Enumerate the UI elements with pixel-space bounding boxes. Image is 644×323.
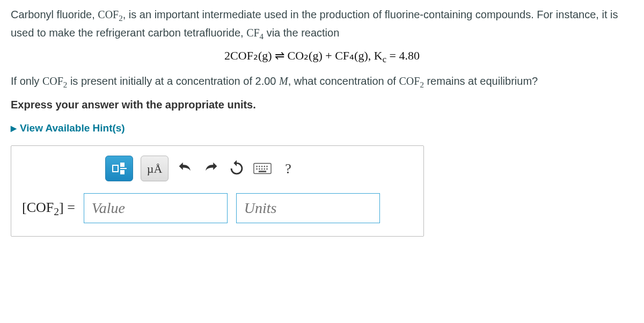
undo-icon (176, 159, 194, 178)
text: remains at equilibrium? (424, 75, 538, 87)
svg-point-1 (257, 166, 258, 167)
text: If only (11, 75, 42, 87)
svg-point-7 (259, 168, 260, 170)
svg-point-4 (264, 166, 265, 167)
reset-button[interactable] (228, 159, 246, 178)
special-chars-button[interactable]: µÅ (141, 156, 169, 181)
answer-inputs: [COF2] = (22, 193, 413, 223)
equation: 2COF₂(g) ⇌ CO₂(g) + CF₄(g), Kc = 4.80 (11, 47, 633, 67)
hints-label: View Available Hint(s) (20, 121, 125, 136)
svg-point-5 (267, 166, 268, 167)
svg-point-6 (257, 168, 258, 170)
units-input[interactable] (236, 193, 380, 223)
fraction-template-icon (112, 163, 127, 174)
svg-point-2 (259, 166, 260, 167)
problem-paragraph-2: If only COF2 is present initially at a c… (11, 73, 633, 91)
molar: M (279, 75, 288, 87)
reset-icon (228, 159, 246, 178)
mu-angstrom-icon: µÅ (147, 160, 163, 178)
text: is present initially at a concentration … (67, 75, 279, 87)
instruction: Express your answer with the appropriate… (11, 97, 633, 113)
redo-button[interactable] (202, 159, 220, 178)
keyboard-icon (253, 163, 272, 174)
redo-icon (202, 159, 220, 178)
svg-point-10 (267, 168, 268, 170)
toolbar: µÅ ? (105, 156, 413, 181)
cof2: COF2 (399, 75, 423, 87)
answer-box: µÅ ? [COF2] = (11, 145, 424, 237)
svg-point-8 (261, 168, 262, 170)
cof2: COF2 (98, 9, 122, 20)
value-input[interactable] (84, 193, 228, 223)
cf4: CF4 (246, 27, 264, 39)
help-button[interactable]: ? (279, 159, 297, 178)
text: , what concentration of (288, 75, 399, 87)
undo-button[interactable] (176, 159, 194, 178)
answer-lhs: [COF2] = (22, 197, 75, 219)
svg-rect-11 (259, 171, 266, 172)
keyboard-button[interactable] (253, 159, 272, 178)
text: via the reaction (264, 27, 339, 39)
template-picker-button[interactable] (105, 156, 133, 181)
view-hints-toggle[interactable]: ▶ View Available Hint(s) (11, 121, 125, 136)
triangle-right-icon: ▶ (11, 123, 17, 134)
text: Carbonyl fluoride, (11, 9, 98, 20)
svg-point-9 (264, 168, 265, 170)
problem-paragraph-1: Carbonyl fluoride, COF2, is an important… (11, 6, 633, 42)
svg-point-3 (261, 166, 262, 167)
cof2: COF2 (42, 75, 67, 87)
